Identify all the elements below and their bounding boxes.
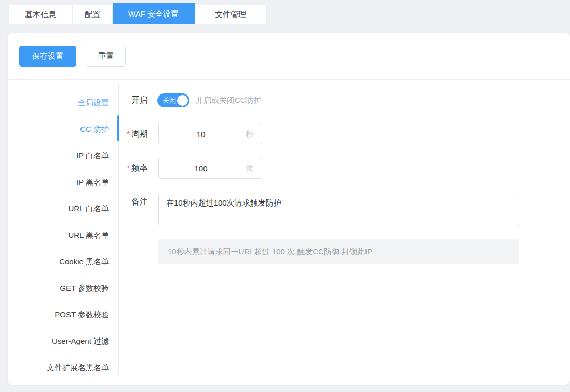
sidebar-item-get-param-validation[interactable]: GET 参数校验	[8, 275, 118, 301]
tab-basic-info[interactable]: 基本信息	[9, 5, 73, 24]
toggle-state-text: 关闭	[162, 93, 176, 107]
tab-config[interactable]: 配置	[73, 5, 113, 24]
toolbar-divider	[8, 79, 570, 80]
top-tab-bar: 基本信息 配置 WAF 安全设置 文件管理	[9, 5, 266, 24]
remark-label: 备注	[106, 197, 148, 207]
tab-file-management[interactable]: 文件管理	[195, 5, 266, 24]
sidebar-item-cookie-blacklist[interactable]: Cookie 黑名单	[8, 248, 118, 275]
frequency-field: 次	[158, 158, 262, 179]
sidebar-item-global-settings[interactable]: 全局设置	[8, 89, 118, 116]
sidebar-item-post-param-validation[interactable]: POST 参数校验	[8, 301, 118, 328]
sidebar-item-cc-protection[interactable]: CC 防护	[8, 116, 118, 142]
required-mark: *	[127, 129, 130, 138]
period-field: 秒	[158, 124, 262, 144]
cc-enable-toggle[interactable]: 关闭	[157, 93, 189, 107]
sidebar-item-ip-blacklist[interactable]: IP 黑名单	[8, 169, 118, 195]
cc-help-text: 10秒内累计请求同一URL超过 100 次,触发CC防御,封锁此IP	[158, 239, 519, 264]
waf-settings-panel: 保存设置 重置 全局设置 CC 防护 IP 白名单 IP 黑名单 URL 白名单…	[8, 33, 570, 385]
period-unit: 秒	[246, 124, 253, 144]
toggle-knob	[177, 95, 188, 106]
waf-sidebar-menu: 全局设置 CC 防护 IP 白名单 IP 黑名单 URL 白名单 URL 黑名单…	[8, 89, 118, 381]
sidebar-item-user-agent-filter[interactable]: User-Agent 过滤	[8, 328, 118, 354]
save-settings-button[interactable]: 保存设置	[19, 46, 76, 67]
frequency-unit: 次	[246, 158, 253, 178]
sidebar-item-file-ext-blacklist[interactable]: 文件扩展名黑名单	[8, 354, 118, 381]
sidebar-item-ip-whitelist[interactable]: IP 白名单	[8, 142, 118, 169]
required-mark: *	[127, 164, 130, 172]
enable-hint-text: 开启或关闭CC防护	[196, 96, 262, 105]
sidebar-item-url-whitelist[interactable]: URL 白名单	[8, 195, 118, 222]
reset-button[interactable]: 重置	[87, 46, 126, 67]
remark-textarea[interactable]: 在10秒内超过100次请求触发防护	[158, 193, 519, 225]
tab-waf-security-settings[interactable]: WAF 安全设置	[113, 3, 195, 24]
frequency-label: *频率	[106, 164, 148, 173]
sidebar-item-url-blacklist[interactable]: URL 黑名单	[8, 222, 118, 248]
enable-label: 开启	[106, 96, 148, 105]
period-label: *周期	[106, 129, 148, 139]
